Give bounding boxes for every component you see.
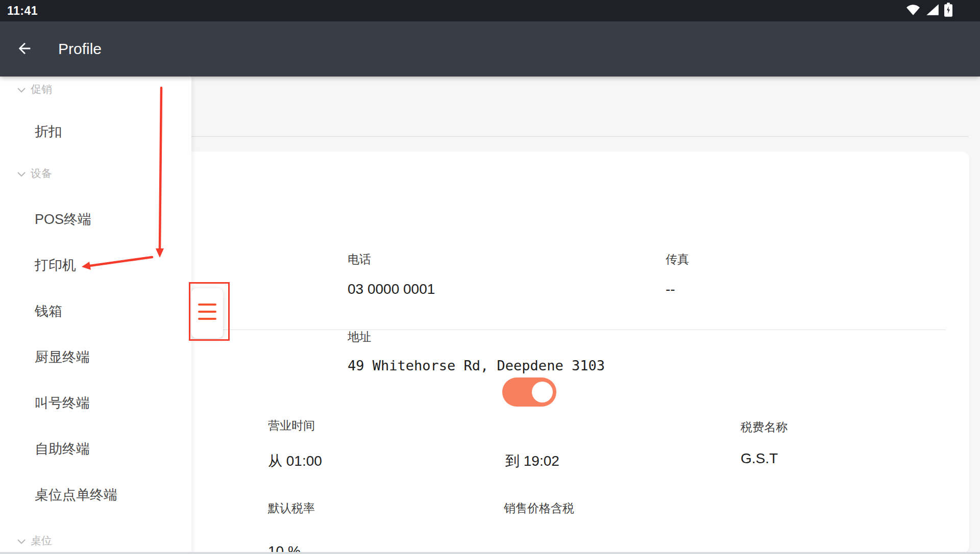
price-includes-tax-toggle[interactable] <box>502 377 556 407</box>
page-title: Profile <box>58 40 102 58</box>
chevron-down-icon <box>17 167 26 180</box>
sidebar-item-queue-terminal[interactable]: 叫号终端 <box>0 391 191 415</box>
address-label: 地址 <box>348 329 371 345</box>
sidebar-item-pos-terminal[interactable]: POS终端 <box>0 207 191 232</box>
sidebar-item-cash-drawer[interactable]: 钱箱 <box>0 299 191 323</box>
address-value: 49 Whitehorse Rd, Deepdene 3103 <box>348 358 605 373</box>
status-bar: 11:41 <box>0 0 980 21</box>
sidebar-item-discount[interactable]: 折扣 <box>0 119 191 144</box>
fax-label: 传真 <box>666 251 689 267</box>
business-hours-to: 到 19:02 <box>505 451 559 471</box>
phone-value: 03 0000 0001 <box>348 281 435 297</box>
section-divider <box>216 330 946 330</box>
chevron-down-icon <box>17 83 26 95</box>
clock: 11:41 <box>7 4 38 18</box>
wifi-icon <box>905 4 921 18</box>
app-bar: Profile <box>0 21 980 77</box>
header-divider <box>191 136 968 137</box>
sidebar-item-kitchen-display[interactable]: 厨显终端 <box>0 345 191 369</box>
battery-charging-icon <box>944 3 952 19</box>
profile-card: 电话 03 0000 0001 传真 -- 地址 49 Whitehorse R… <box>191 152 969 553</box>
toggle-knob <box>532 382 553 402</box>
sidebar-item-printer[interactable]: 打印机 <box>0 253 191 278</box>
tax-name-label: 税费名称 <box>741 419 788 435</box>
tax-name-value: G.S.T <box>741 450 778 467</box>
business-hours-label: 营业时间 <box>268 418 315 434</box>
chevron-down-icon <box>17 535 26 547</box>
business-hours-from: 从 01:00 <box>268 451 322 471</box>
phone-label: 电话 <box>348 251 371 267</box>
price-includes-tax-label: 销售价格含税 <box>504 500 574 516</box>
cellular-signal-icon <box>926 4 939 18</box>
fax-value: -- <box>666 281 675 297</box>
default-tax-rate-label: 默认税率 <box>268 500 315 516</box>
sidebar-group-tables[interactable]: 桌位 <box>0 528 191 553</box>
sidebar-group-promotion[interactable]: 促销 <box>0 77 191 102</box>
back-button[interactable] <box>8 33 41 65</box>
screen-bottom-edge <box>0 552 980 554</box>
settings-sidebar: 促销 折扣 设备 POS终端 打印机 钱箱 厨显终端 叫号终端 自助终端 桌位点… <box>0 77 191 554</box>
sidebar-item-self-service-terminal[interactable]: 自助终端 <box>0 437 191 461</box>
sidebar-group-devices[interactable]: 设备 <box>0 161 191 186</box>
main-content: 电话 03 0000 0001 传真 -- 地址 49 Whitehorse R… <box>191 77 980 554</box>
sidebar-item-table-ordering-terminal[interactable]: 桌位点单终端 <box>0 483 191 507</box>
sidebar-drawer-handle-button[interactable] <box>191 288 223 338</box>
back-arrow-icon <box>16 40 33 59</box>
